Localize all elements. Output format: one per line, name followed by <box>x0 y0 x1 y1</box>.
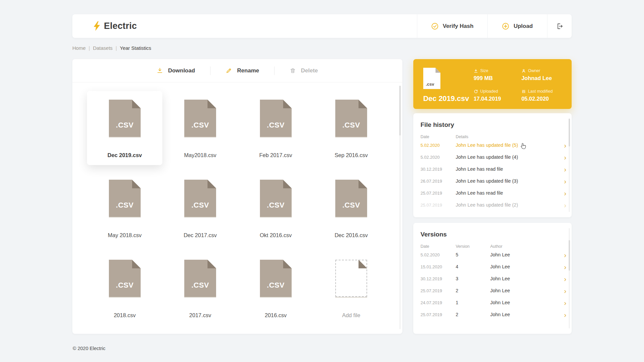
footer-copyright: © 2020 Electric <box>72 346 572 351</box>
history-row[interactable]: 5.02.2020 John Lee has updated file (5) … <box>413 139 572 151</box>
download-button[interactable]: Download <box>141 67 210 74</box>
csv-ext-label: .csv <box>423 82 434 89</box>
version-date: 24.07.2019 <box>421 300 456 305</box>
file-toolbar: Download Rename <box>72 59 402 82</box>
app-header: Electric Verify Hash Upload <box>72 14 572 38</box>
file-uploaded-value: 17.04.2019 <box>474 96 520 102</box>
history-details: John Lee has updated file (5) <box>456 142 561 148</box>
csv-ext-label: .CSV <box>116 281 133 290</box>
column-header-details: Details <box>456 135 468 139</box>
version-row[interactable]: 15.01.2020 4 John Lee › <box>413 261 572 273</box>
chevron-right-icon: › <box>561 154 566 161</box>
history-row[interactable]: 30.12.2019 John Lee has read file › <box>413 163 572 175</box>
file-size-info: Size 999 MB <box>474 68 520 82</box>
csv-file-icon: .CSV <box>184 100 216 137</box>
file-size-value: 999 MB <box>474 75 520 81</box>
file-name-label: Sep 2016.csv <box>335 152 368 158</box>
file-grid: .CSV Dec 2019.csv .CSV May2018.csv <box>72 82 402 334</box>
version-number: 2 <box>456 288 490 293</box>
csv-file-icon: .CSV <box>260 260 292 297</box>
version-author: John Lee <box>490 288 561 293</box>
version-date: 25.07.2019 <box>421 312 456 317</box>
version-date: 15.01.2020 <box>421 264 456 269</box>
history-date: 26.07.2019 <box>421 179 456 184</box>
file-card[interactable]: .CSV 2016.csv <box>238 251 313 325</box>
file-card[interactable]: .CSV Dec 2017.csv <box>162 171 238 245</box>
chevron-right-icon: › <box>561 311 566 318</box>
uploaded-icon <box>474 89 478 94</box>
file-history-panel: File history Date Details 5.02.2020 John… <box>413 113 572 217</box>
file-card[interactable]: .CSV May 2018.csv <box>87 171 162 245</box>
file-name-label: 2016.csv <box>265 312 287 318</box>
version-row[interactable]: 5.02.2020 5 John Lee › <box>413 249 572 261</box>
csv-file-icon: .CSV <box>260 100 292 137</box>
history-row[interactable]: 26.07.2019 John Lee has updated file (3)… <box>413 175 572 187</box>
csv-file-icon: .CSV <box>109 100 141 137</box>
column-header-date: Date <box>421 135 456 139</box>
history-row[interactable]: 25.07.2019 John Lee has updated file (2)… <box>413 199 572 211</box>
file-name-label: Feb 2017.csv <box>259 152 292 158</box>
size-icon <box>474 69 478 73</box>
file-card[interactable]: .CSV 2018.csv <box>87 251 162 325</box>
file-name-label: Dec 2017.csv <box>184 232 217 238</box>
version-date: 25.07.2019 <box>421 288 456 293</box>
scrollbar-thumb[interactable] <box>569 240 570 271</box>
history-date: 5.02.2020 <box>421 143 456 148</box>
logout-button[interactable] <box>547 14 572 38</box>
upload-button[interactable]: Upload <box>487 14 547 38</box>
csv-file-icon: .CSV <box>335 100 367 137</box>
file-modified-info: Last modified 05.02.2020 <box>522 89 562 103</box>
history-row[interactable]: 25.07.2019 John Lee has read file › <box>413 187 572 199</box>
hand-cursor-icon <box>521 143 526 149</box>
brand-name: Electric <box>104 21 137 31</box>
file-history-title: File history <box>413 121 572 129</box>
chevron-right-icon: › <box>561 190 566 197</box>
history-row[interactable]: 5.02.2020 John Lee has updated file (4) … <box>413 151 572 163</box>
history-date: 25.07.2019 <box>421 191 456 196</box>
last-modified-icon <box>522 89 526 94</box>
csv-file-icon: .CSV <box>184 180 216 217</box>
version-row[interactable]: 25.07.2019 2 John Lee › <box>413 309 572 320</box>
file-card[interactable]: .CSV Sep 2016.csv <box>313 91 389 165</box>
version-author: John Lee <box>490 264 561 269</box>
scrollbar-thumb[interactable] <box>569 119 570 146</box>
chevron-right-icon: › <box>561 275 566 282</box>
breadcrumb-link-home[interactable]: Home <box>72 45 86 51</box>
file-card[interactable]: .CSV 2017.csv <box>162 251 238 325</box>
version-row[interactable]: 30.12.2019 3 John Lee › <box>413 273 572 285</box>
breadcrumb-link-datasets[interactable]: Datasets <box>93 45 113 51</box>
logout-icon <box>556 23 563 30</box>
file-card[interactable]: .CSV May2018.csv <box>162 91 238 165</box>
chevron-right-icon: › <box>561 166 566 173</box>
chevron-right-icon: › <box>561 263 566 270</box>
verify-hash-button[interactable]: Verify Hash <box>417 14 487 38</box>
file-history-header: Date Details <box>413 135 572 139</box>
breadcrumb-separator: | <box>116 45 117 51</box>
rename-button[interactable]: Rename <box>210 67 274 74</box>
csv-file-icon: .CSV <box>109 260 141 297</box>
check-circle-icon <box>431 23 439 30</box>
file-card[interactable]: .CSV Dec 2019.csv <box>87 91 162 165</box>
column-header-author: Author <box>490 244 503 249</box>
scrollbar-thumb[interactable] <box>399 86 401 136</box>
add-file-button[interactable]: Add file <box>313 251 389 325</box>
csv-ext-label: .CSV <box>267 121 284 130</box>
csv-file-icon: .CSV <box>184 260 216 297</box>
column-header-date: Date <box>421 244 456 249</box>
file-name-label: Dec 2019.csv <box>108 152 142 158</box>
csv-file-preview-icon: .csv <box>423 68 441 89</box>
version-row[interactable]: 25.07.2019 2 John Lee › <box>413 285 572 297</box>
version-row[interactable]: 24.07.2019 1 John Lee › <box>413 297 572 309</box>
version-author: John Lee <box>490 312 561 317</box>
chevron-right-icon: › <box>561 299 566 306</box>
delete-button[interactable]: Delete <box>275 67 333 74</box>
upload-label: Upload <box>514 23 533 30</box>
file-name-label: Okt 2016.csv <box>260 232 291 238</box>
csv-file-icon: .CSV <box>260 180 292 217</box>
history-date: 25.07.2019 <box>421 203 456 208</box>
file-card[interactable]: .CSV Feb 2017.csv <box>238 91 313 165</box>
history-date: 5.02.2020 <box>421 155 456 160</box>
file-card[interactable]: .CSV Dec 2016.csv <box>313 171 389 245</box>
csv-ext-label: .CSV <box>191 201 209 210</box>
file-card[interactable]: .CSV Okt 2016.csv <box>238 171 313 245</box>
